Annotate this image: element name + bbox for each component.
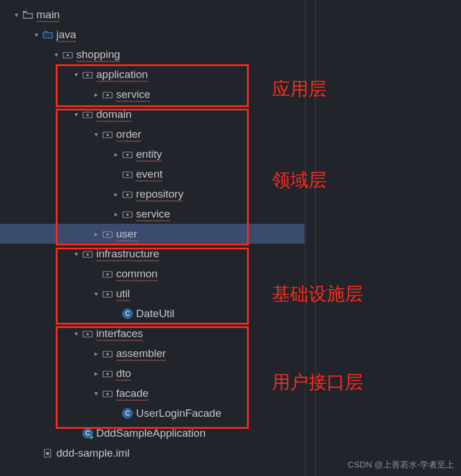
svg-point-6 [106,94,109,96]
tree-row-application[interactable]: ▾ application [0,64,461,84]
tree-row-userloginfacade[interactable]: ▸ C UserLoginFacade [0,403,461,423]
tree-label: order [116,128,141,141]
package-icon [101,350,114,358]
svg-rect-0 [43,32,52,38]
tree-label: DddSampleApplication [96,427,205,440]
svg-point-4 [87,74,89,76]
tree-label: service [116,88,150,101]
tree-row-domain[interactable]: ▾ domain [0,104,461,124]
folder-open-icon [22,11,34,19]
package-icon [101,389,114,397]
tree-label: event [136,168,162,180]
package-icon [121,170,134,178]
tree-label: user [116,228,137,240]
annotation-label-interfaces: 用户接口层 [272,370,363,395]
tree-row-repository[interactable]: ▸ repository [0,184,461,204]
tree-row-java[interactable]: ▾ java [0,24,461,44]
annotation-label-application: 应用层 [272,77,327,102]
svg-point-16 [126,194,129,196]
tree-row-dddsampleapp[interactable]: ▸ C DddSampleApplication [0,423,461,443]
package-icon [81,330,94,338]
tree-label: domain [96,108,131,121]
tree-label: common [116,268,158,280]
svg-rect-36 [46,452,49,455]
package-icon [101,270,114,278]
tree-row-application-service[interactable]: ▸ service [0,84,461,104]
tree-label: interfaces [96,327,143,340]
tree-row-util[interactable]: ▾ util [0,284,461,303]
chevron-down-icon: ▾ [91,389,101,397]
svg-point-28 [87,333,89,335]
package-icon [81,71,94,79]
chevron-down-icon: ▾ [71,71,81,79]
tree-label: UserLoginFacade [136,407,221,420]
annotation-label-domain: 领域层 [272,168,327,193]
svg-point-10 [106,134,109,136]
tree-label: main [36,9,60,21]
chevron-down-icon: ▾ [71,250,81,258]
chevron-right-icon: ▸ [111,190,121,198]
tree-row-entity[interactable]: ▸ entity [0,144,461,164]
tree-label: infrastructure [96,248,159,260]
chevron-down-icon: ▾ [71,110,81,118]
file-icon [42,449,54,458]
tree-row-common[interactable]: ▸ common [0,264,461,284]
class-icon: C [121,309,134,319]
tree-row-order-service[interactable]: ▸ service [0,204,461,224]
chevron-down-icon: ▾ [91,290,101,298]
package-icon [101,290,114,298]
chevron-down-icon: ▾ [71,330,81,338]
package-icon [101,91,114,99]
svg-point-24 [106,273,109,276]
tree-row-dateutil[interactable]: ▸ C DateUtil [0,303,461,323]
svg-point-34 [106,393,109,395]
tree-row-shopping[interactable]: ▾ shopping [0,44,461,64]
tree-row-main[interactable]: ▾ main [0,5,461,24]
tree-label: dto [116,367,131,380]
annotation-label-infrastructure: 基础设施层 [272,282,363,307]
tree-row-order[interactable]: ▾ order [0,124,461,144]
chevron-right-icon: ▸ [91,350,101,358]
tree-row-interfaces[interactable]: ▾ interfaces [0,323,461,343]
chevron-right-icon: ▸ [91,91,101,99]
watermark: CSDN @上善若水-学者至上 [348,459,454,470]
class-run-icon: C [81,428,94,438]
chevron-right-icon: ▸ [111,210,121,218]
svg-point-18 [126,214,129,216]
chevron-down-icon: ▾ [91,130,101,138]
tree-row-infrastructure[interactable]: ▾ infrastructure [0,244,461,264]
svg-point-22 [87,253,89,256]
tree-row-facade[interactable]: ▾ facade [0,383,461,403]
chevron-right-icon: ▸ [91,370,101,377]
tree-label: shopping [76,48,120,61]
tree-label: util [116,288,130,300]
package-icon [121,150,134,158]
svg-point-12 [126,154,129,156]
tree-label: entity [136,148,162,161]
chevron-right-icon: ▸ [111,150,121,158]
package-icon [101,370,114,377]
svg-point-2 [67,54,69,56]
tree-row-dto[interactable]: ▸ dto [0,363,461,383]
folder-source-icon [42,31,54,39]
package-icon [121,210,134,218]
tree-row-user[interactable]: ▸ user [0,224,304,244]
tree-label: assembler [116,347,166,360]
svg-point-32 [106,373,109,375]
chevron-down-icon: ▾ [51,51,61,59]
svg-point-14 [126,174,129,176]
tree-label: service [136,208,170,220]
tree-row-event[interactable]: ▸ event [0,164,461,184]
tree-label: java [56,28,76,41]
project-tree: ▾ main ▾ java ▾ shopping ▾ application ▸ [0,0,461,463]
chevron-right-icon: ▸ [91,230,101,238]
class-icon: C [121,408,134,418]
package-icon [61,51,74,59]
package-icon [101,230,114,238]
tree-row-assembler[interactable]: ▸ assembler [0,343,461,363]
chevron-down-icon: ▾ [11,11,22,19]
package-icon [81,110,94,118]
package-icon [81,250,94,258]
tree-label: repository [136,188,183,200]
package-icon [121,190,134,198]
